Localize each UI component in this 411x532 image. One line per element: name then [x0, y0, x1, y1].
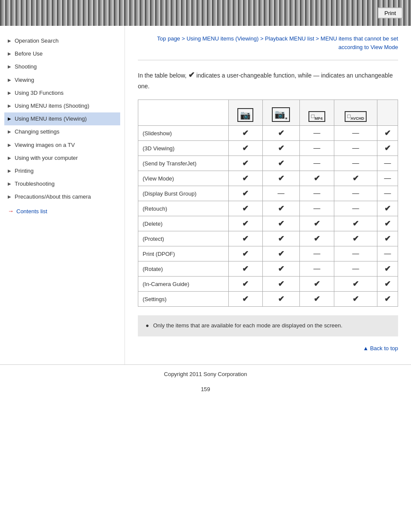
row-col1: ✔ — [229, 277, 263, 292]
sidebar-item-label: Using MENU items (Viewing) — [15, 115, 87, 123]
sidebar-item-label: Using MENU items (Shooting) — [15, 102, 89, 110]
check-mark: ✔ — [384, 144, 391, 152]
check-mark: ✔ — [352, 280, 359, 288]
check-mark: ✔ — [242, 144, 249, 152]
check-mark: ✔ — [242, 219, 249, 228]
note-text: Only the items that are available for ea… — [153, 322, 342, 329]
breadcrumb-link[interactable]: MENU items that cannot be set according … — [321, 35, 398, 50]
sidebar-item-label: Before Use — [15, 50, 43, 58]
check-mark: ✔ — [384, 234, 391, 243]
row-col2: ✔ — [262, 277, 299, 292]
back-to-top-link[interactable]: ▲ Back to top — [363, 345, 398, 352]
sidebar-item-printing[interactable]: ▶Printing — [4, 165, 120, 177]
dash-mark: — — [313, 250, 320, 257]
contents-list-link[interactable]: → Contents list — [4, 203, 120, 217]
row-label: (Rotate) — [138, 261, 229, 277]
row-col4: ✔ — [334, 277, 377, 292]
table-header-row: 📷 📷■ □MP4 — [138, 100, 398, 126]
sidebar-item-viewing-images-tv[interactable]: ▶Viewing images on a TV — [4, 139, 120, 152]
dash-mark: — — [384, 250, 391, 257]
row-col1: ✔ — [229, 141, 263, 156]
sidebar-item-precautions[interactable]: ▶Precautions/About this camera — [4, 190, 120, 203]
header-bar: Print — [0, 0, 411, 26]
check-mark: ✔ — [314, 174, 320, 183]
sidebar-item-using-menu-viewing[interactable]: ▶Using MENU items (Viewing) — [4, 112, 120, 125]
dash-mark: — — [352, 159, 359, 167]
row-col4: — — [334, 186, 377, 201]
arrow-right-icon: → — [8, 208, 14, 215]
sidebar-item-troubleshooting[interactable]: ▶Troubleshooting — [4, 177, 120, 190]
col-icon-2: 📷■ — [272, 107, 290, 122]
sidebar-item-label: Using 3D Functions — [15, 89, 63, 97]
col-header-5 — [377, 100, 398, 126]
row-col1: ✔ — [229, 246, 263, 261]
row-col1: ✔ — [229, 261, 263, 277]
row-col5: ✔ — [377, 231, 398, 246]
check-mark: ✔ — [314, 295, 320, 303]
row-col3: — — [299, 186, 334, 201]
col-header-2: 📷■ — [262, 100, 299, 126]
sidebar-item-before-use[interactable]: ▶Before Use — [4, 47, 120, 60]
col-header-1: 📷 — [229, 100, 263, 126]
row-col3: — — [299, 201, 334, 216]
dash-mark: — — [277, 190, 284, 197]
table-row: (View Mode) ✔ ✔ ✔ ✔ — — [138, 171, 398, 186]
sidebar-item-label: Viewing — [15, 76, 34, 84]
breadcrumb-link[interactable]: Top page — [157, 35, 181, 42]
print-button[interactable]: Print — [378, 8, 402, 19]
back-to-top[interactable]: ▲ Back to top — [138, 345, 398, 352]
dash-mark: — — [384, 159, 391, 167]
col-icon-3: □MP4 — [308, 111, 325, 122]
sidebar-arrow-icon: ▶ — [8, 129, 12, 135]
note-box: ● Only the items that are available for … — [138, 315, 398, 336]
breadcrumb-link[interactable]: Using MENU items (Viewing) — [187, 35, 258, 42]
check-mark: ✔ — [278, 204, 284, 213]
sidebar-item-operation-search[interactable]: ▶Operation Search — [4, 34, 120, 47]
sidebar-arrow-icon: ▶ — [8, 168, 12, 174]
row-col2: ✔ — [262, 141, 299, 156]
sidebar-item-shooting[interactable]: ▶Shooting — [4, 60, 120, 73]
check-mark: ✔ — [384, 280, 391, 288]
row-label: (Retouch) — [138, 201, 229, 216]
row-label: (Protect) — [138, 231, 229, 246]
row-col1: ✔ — [229, 231, 263, 246]
row-col3: ✔ — [299, 277, 334, 292]
sidebar-item-using-3d[interactable]: ▶Using 3D Functions — [4, 87, 120, 100]
breadcrumb-link[interactable]: Playback MENU list — [265, 35, 314, 42]
row-col3: — — [299, 156, 334, 171]
row-label: (View Mode) — [138, 171, 229, 186]
sidebar-item-label: Printing — [15, 167, 34, 175]
check-mark: ✔ — [278, 174, 284, 183]
check-mark: ✔ — [384, 204, 391, 213]
sidebar-item-using-computer[interactable]: ▶Using with your computer — [4, 152, 120, 165]
row-col5: — — [377, 186, 398, 201]
row-label: (Delete) — [138, 216, 229, 231]
sidebar-arrow-icon: ▶ — [8, 51, 12, 57]
row-col5: ✔ — [377, 216, 398, 231]
sidebar-item-viewing[interactable]: ▶Viewing — [4, 74, 120, 87]
sidebar-arrow-icon: ▶ — [8, 116, 12, 122]
row-col4: — — [334, 126, 377, 141]
row-col5: ✔ — [377, 292, 398, 307]
row-col4: ✔ — [334, 171, 377, 186]
row-col1: ✔ — [229, 171, 263, 186]
check-mark: ✔ — [242, 159, 249, 168]
row-label: (Settings) — [138, 292, 229, 307]
check-mark: ✔ — [278, 219, 284, 228]
sidebar-item-changing-settings[interactable]: ▶Changing settings — [4, 125, 120, 138]
row-col3: — — [299, 246, 334, 261]
row-col3: ✔ — [299, 216, 334, 231]
row-label: (Send by TransferJet) — [138, 156, 229, 171]
dash-mark: — — [384, 174, 391, 182]
dash-mark: — — [313, 205, 320, 212]
table-row: (Protect) ✔ ✔ ✔ ✔ ✔ — [138, 231, 398, 246]
check-mark: ✔ — [352, 174, 359, 183]
dash-mark: — — [352, 265, 359, 272]
check-mark: ✔ — [278, 264, 284, 273]
sidebar-arrow-icon: ▶ — [8, 181, 12, 187]
row-col1: ✔ — [229, 201, 263, 216]
sidebar-item-using-menu-shooting[interactable]: ▶Using MENU items (Shooting) — [4, 100, 120, 112]
check-mark: ✔ — [278, 234, 284, 243]
sidebar-arrow-icon: ▶ — [8, 77, 12, 83]
sidebar-arrow-icon: ▶ — [8, 90, 12, 96]
